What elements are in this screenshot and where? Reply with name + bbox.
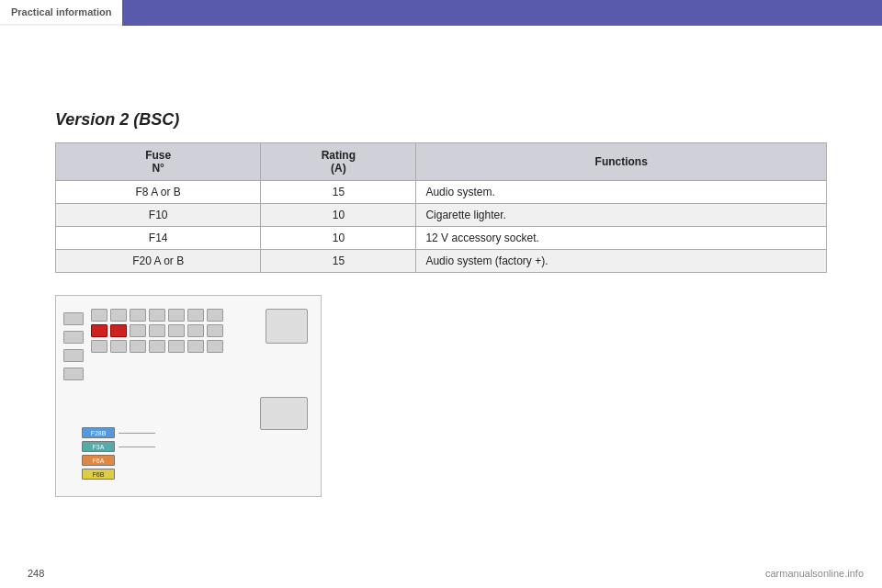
- fuse-cell: [207, 340, 223, 353]
- table-row: F20 A or B15Audio system (factory +).: [56, 250, 827, 273]
- page-number: 248: [28, 568, 44, 579]
- wire: [119, 447, 155, 447]
- table-row: F141012 V accessory socket.: [56, 227, 827, 250]
- top-bar: Practical information: [0, 0, 882, 26]
- side-fuse-4: [63, 368, 84, 380]
- fuse-row-3: [91, 340, 223, 353]
- side-fuse-3: [63, 349, 84, 362]
- table-row: F8 A or B15Audio system.: [56, 181, 827, 204]
- top-bar-accent: [122, 0, 882, 26]
- fuse-row-1: [91, 309, 223, 322]
- fuse-cell: [130, 340, 146, 353]
- fuse-number-cell: F10: [56, 204, 261, 227]
- fuse-cell: [91, 340, 107, 353]
- fuse-cell: [91, 309, 107, 322]
- fuse-row-2: [91, 324, 223, 337]
- fuse-cell: [168, 340, 185, 353]
- labeled-fuse-f6a: F6A: [82, 455, 155, 466]
- rating-cell: 15: [261, 181, 416, 204]
- fuse-label-f6a: F6A: [82, 455, 115, 466]
- fuse-cell: [110, 340, 127, 353]
- fuse-number-cell: F8 A or B: [56, 181, 261, 204]
- side-fuses: [63, 312, 84, 380]
- side-fuse-1: [63, 312, 84, 325]
- section-header-label: Practical information: [0, 0, 122, 26]
- function-cell: 12 V accessory socket.: [416, 227, 827, 250]
- rating-cell: 10: [261, 227, 416, 250]
- labeled-fuse-f6b: F6B: [82, 469, 155, 480]
- fuse-cell: [149, 309, 165, 322]
- function-cell: Cigarette lighter.: [416, 204, 827, 227]
- fuse-main-grid: [91, 309, 223, 356]
- section-title: Version 2 (BSC): [55, 110, 827, 130]
- relay-box-top: [266, 309, 308, 344]
- function-cell: Audio system (factory +).: [416, 250, 827, 273]
- fuse-cell: [130, 324, 146, 337]
- fuse-cell-red: [110, 324, 127, 337]
- col-header-rating: Rating(A): [261, 143, 416, 181]
- fuse-label-f3a: F3A: [82, 441, 115, 452]
- fuse-number-cell: F14: [56, 227, 261, 250]
- rating-cell: 10: [261, 204, 416, 227]
- labeled-fuse-f3a: F3A: [82, 441, 155, 452]
- watermark: carmanualsonline.info: [765, 568, 864, 579]
- fuse-cell: [187, 324, 204, 337]
- wire: [119, 433, 155, 434]
- fuse-cell: [110, 309, 127, 322]
- fuse-cell: [207, 309, 223, 322]
- fuse-label-f28b: F28B: [82, 427, 115, 438]
- function-cell: Audio system.: [416, 181, 827, 204]
- table-row: F1010Cigarette lighter.: [56, 204, 827, 227]
- fuse-cell: [149, 324, 165, 337]
- fuse-cell: [168, 324, 185, 337]
- labeled-fuse-f28b: F28B: [82, 427, 155, 438]
- fuse-label-f6b: F6B: [82, 469, 115, 480]
- fuse-number-cell: F20 A or B: [56, 250, 261, 273]
- fuse-cell: [207, 324, 223, 337]
- fuse-table: FuseN° Rating(A) Functions F8 A or B15Au…: [55, 142, 827, 273]
- labeled-fuses: F28B F3A F6A F6B: [82, 427, 155, 480]
- main-content: Version 2 (BSC) FuseN° Rating(A) Functio…: [55, 37, 827, 551]
- side-fuse-2: [63, 331, 84, 344]
- fuse-cell: [130, 309, 146, 322]
- col-header-fuse: FuseN°: [56, 143, 261, 181]
- relay-box-bottom: [260, 397, 308, 430]
- fuse-cell: [187, 340, 204, 353]
- fuse-cell-red: [91, 324, 107, 337]
- fuse-cell: [149, 340, 165, 353]
- fuse-cell: [187, 309, 204, 322]
- rating-cell: 15: [261, 250, 416, 273]
- col-header-functions: Functions: [416, 143, 827, 181]
- fuse-diagram: F28B F3A F6A F6B: [55, 295, 322, 497]
- fuse-cell: [168, 309, 185, 322]
